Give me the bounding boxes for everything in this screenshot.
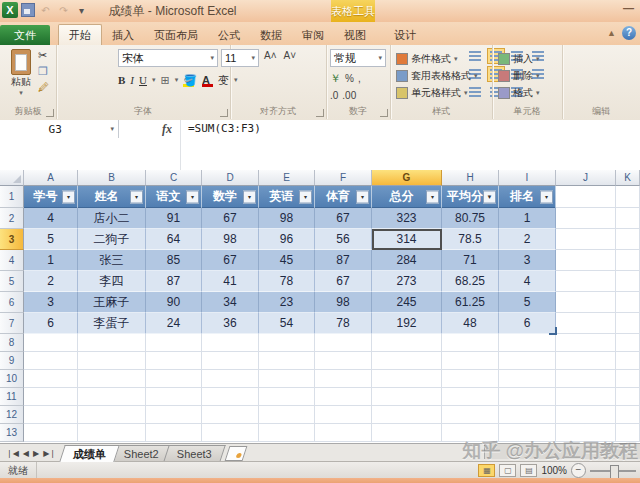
- font-dialog-launcher-icon[interactable]: [220, 109, 228, 117]
- filter-dropdown-icon[interactable]: ▾: [243, 190, 256, 203]
- cell-E4[interactable]: 45: [259, 250, 315, 271]
- tab-开始[interactable]: 开始: [58, 24, 102, 45]
- number-format-combo[interactable]: 常规▾: [330, 49, 386, 67]
- cell-A1[interactable]: 学号▾: [24, 186, 78, 208]
- zoom-level[interactable]: 100%: [541, 465, 567, 476]
- cell-F10[interactable]: [315, 370, 372, 388]
- cell-D1[interactable]: 数学▾: [202, 186, 259, 208]
- cell-I4[interactable]: 3: [499, 250, 556, 271]
- filter-dropdown-icon[interactable]: ▾: [356, 190, 369, 203]
- cell-A12[interactable]: [24, 406, 78, 424]
- cell-H2[interactable]: 80.75: [442, 208, 499, 229]
- cell-E5[interactable]: 78: [259, 271, 315, 292]
- row-header-8[interactable]: 8: [0, 334, 24, 352]
- cell-K1[interactable]: [616, 186, 640, 208]
- column-header-F[interactable]: F: [315, 170, 372, 186]
- cell-D3[interactable]: 98: [202, 229, 259, 250]
- column-header-D[interactable]: D: [202, 170, 259, 186]
- row-header-11[interactable]: 11: [0, 388, 24, 406]
- phonetic-guide-button[interactable]: 变: [218, 73, 229, 88]
- cell-I10[interactable]: [499, 370, 556, 388]
- filter-dropdown-icon[interactable]: ▾: [62, 190, 75, 203]
- cell-H3[interactable]: 78.5: [442, 229, 499, 250]
- row-header-7[interactable]: 7: [0, 313, 24, 334]
- cell-D5[interactable]: 41: [202, 271, 259, 292]
- cell-A11[interactable]: [24, 388, 78, 406]
- cell-D8[interactable]: [202, 334, 259, 352]
- cell-F12[interactable]: [315, 406, 372, 424]
- cell-B4[interactable]: 张三: [78, 250, 146, 271]
- cell-G7[interactable]: 192: [372, 313, 442, 334]
- cell-F9[interactable]: [315, 352, 372, 370]
- cell-E1[interactable]: 英语▾: [259, 186, 315, 208]
- cells-item-2[interactable]: 格式▾: [498, 84, 540, 101]
- cell-E6[interactable]: 23: [259, 292, 315, 313]
- cell-H4[interactable]: 71: [442, 250, 499, 271]
- cell-H11[interactable]: [442, 388, 499, 406]
- fill-color-icon[interactable]: 🪣: [183, 74, 197, 87]
- cell-K4[interactable]: [616, 250, 640, 271]
- row-header-1[interactable]: 1: [0, 186, 24, 208]
- cell-I8[interactable]: [499, 334, 556, 352]
- name-box-dropdown-icon[interactable]: ▾: [110, 125, 118, 133]
- filter-dropdown-icon[interactable]: ▾: [299, 190, 312, 203]
- cell-E10[interactable]: [259, 370, 315, 388]
- cell-K6[interactable]: [616, 292, 640, 313]
- cell-I5[interactable]: 4: [499, 271, 556, 292]
- cell-B12[interactable]: [78, 406, 146, 424]
- cell-E12[interactable]: [259, 406, 315, 424]
- font-name-combo[interactable]: 宋体▾: [118, 49, 218, 67]
- formula-input[interactable]: =SUM(C3:F3): [188, 122, 261, 135]
- page-layout-view-icon[interactable]: ▢: [499, 464, 516, 477]
- bold-button[interactable]: B: [118, 74, 125, 86]
- zoom-slider[interactable]: [590, 470, 636, 472]
- cell-A10[interactable]: [24, 370, 78, 388]
- cell-J8[interactable]: [556, 334, 616, 352]
- filter-dropdown-icon[interactable]: ▾: [130, 190, 143, 203]
- paste-dropdown-icon[interactable]: ▾: [6, 89, 36, 97]
- first-sheet-icon[interactable]: ❘◀: [6, 449, 19, 458]
- cell-H8[interactable]: [442, 334, 499, 352]
- tab-design[interactable]: 设计: [384, 25, 426, 45]
- cell-K12[interactable]: [616, 406, 640, 424]
- cell-H12[interactable]: [442, 406, 499, 424]
- cell-I11[interactable]: [499, 388, 556, 406]
- cell-E8[interactable]: [259, 334, 315, 352]
- filter-dropdown-icon[interactable]: ▾: [540, 190, 553, 203]
- cell-F13[interactable]: [315, 424, 372, 442]
- cell-C12[interactable]: [146, 406, 202, 424]
- cell-F6[interactable]: 98: [315, 292, 372, 313]
- column-header-A[interactable]: A: [24, 170, 78, 186]
- filter-dropdown-icon[interactable]: ▼: [483, 190, 496, 203]
- cell-H1[interactable]: 平均分▼: [442, 186, 499, 208]
- row-header-2[interactable]: 2: [0, 208, 24, 229]
- copy-icon[interactable]: ❐: [38, 65, 49, 78]
- cell-B13[interactable]: [78, 424, 146, 442]
- cell-F2[interactable]: 67: [315, 208, 372, 229]
- cell-K7[interactable]: [616, 313, 640, 334]
- cell-K11[interactable]: [616, 388, 640, 406]
- cell-B2[interactable]: 店小二: [78, 208, 146, 229]
- cell-G10[interactable]: [372, 370, 442, 388]
- cell-K2[interactable]: [616, 208, 640, 229]
- cell-J3[interactable]: [556, 229, 616, 250]
- cell-K3[interactable]: [616, 229, 640, 250]
- cell-J7[interactable]: [556, 313, 616, 334]
- cell-G8[interactable]: [372, 334, 442, 352]
- cell-H9[interactable]: [442, 352, 499, 370]
- column-header-E[interactable]: E: [259, 170, 315, 186]
- cell-H6[interactable]: 61.25: [442, 292, 499, 313]
- cell-J1[interactable]: [556, 186, 616, 208]
- insert-function-icon[interactable]: fx: [162, 122, 172, 137]
- cell-G12[interactable]: [372, 406, 442, 424]
- row-header-10[interactable]: 10: [0, 370, 24, 388]
- row-header-5[interactable]: 5: [0, 271, 24, 292]
- cell-H10[interactable]: [442, 370, 499, 388]
- cell-D6[interactable]: 34: [202, 292, 259, 313]
- tab-页面布局[interactable]: 页面布局: [144, 25, 208, 45]
- cell-J6[interactable]: [556, 292, 616, 313]
- borders-icon[interactable]: ⊞: [160, 74, 169, 87]
- cells-item-1[interactable]: 删除▾: [498, 67, 540, 84]
- column-header-C[interactable]: C: [146, 170, 202, 186]
- cell-D13[interactable]: [202, 424, 259, 442]
